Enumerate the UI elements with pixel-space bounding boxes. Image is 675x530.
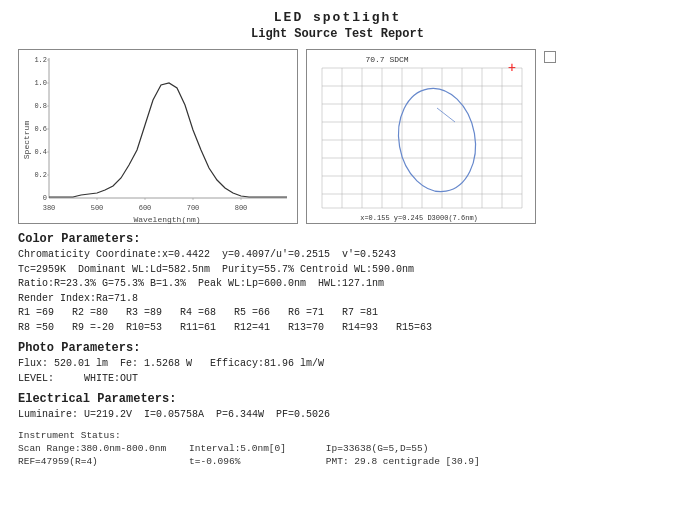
svg-text:0.8: 0.8 <box>34 102 47 110</box>
color-param-line-4: R1 =69 R2 =80 R3 =89 R4 =68 R5 =66 R6 =7… <box>18 306 657 321</box>
checkbox[interactable] <box>544 51 556 63</box>
svg-text:x=0.155  y=0.245  D3000(7.6nm): x=0.155 y=0.245 D3000(7.6nm) <box>360 214 478 222</box>
svg-text:0.6: 0.6 <box>34 125 47 133</box>
svg-text:70.7 SDCM: 70.7 SDCM <box>365 55 408 64</box>
svg-text:500: 500 <box>91 204 104 212</box>
instrument-status-line-1: REF=47959(R=4) t=-0.096% PMT: 29.8 centi… <box>18 455 657 468</box>
spectrum-chart: Spectrum 1.2 1.0 0.8 0.6 0.4 0.2 <box>18 49 298 224</box>
color-params-section: Color Parameters: Chromaticity Coordinat… <box>18 232 657 335</box>
color-param-line-5: R8 =50 R9 =-20 R10=53 R11=61 R12=41 R13=… <box>18 321 657 336</box>
svg-line-49 <box>437 108 455 122</box>
color-param-line-1: Tc=2959K Dominant WL:Ld=582.5nm Purity=5… <box>18 263 657 278</box>
svg-text:1.0: 1.0 <box>34 79 47 87</box>
color-params-title: Color Parameters: <box>18 232 657 246</box>
instrument-status-title: Instrument Status: <box>18 429 657 442</box>
sub-title: Light Source Test Report <box>18 27 657 41</box>
electrical-param-line-0: Luminaire: U=219.2V I=0.05758A P=6.344W … <box>18 408 657 423</box>
svg-text:0.4: 0.4 <box>34 148 47 156</box>
color-param-line-3: Render Index:Ra=71.8 <box>18 292 657 307</box>
chromaticity-chart: 70.7 SDCM + <box>306 49 536 224</box>
svg-text:0: 0 <box>43 194 47 202</box>
svg-text:800: 800 <box>235 204 248 212</box>
photo-params-title: Photo Parameters: <box>18 341 657 355</box>
color-param-line-0: Chromaticity Coordinate:x=0.4422 y=0.409… <box>18 248 657 263</box>
svg-text:Wavelength(nm): Wavelength(nm) <box>133 215 200 224</box>
svg-text:Spectrum: Spectrum <box>22 121 31 160</box>
electrical-params-section: Electrical Parameters: Luminaire: U=219.… <box>18 392 657 423</box>
svg-text:600: 600 <box>139 204 152 212</box>
svg-text:700: 700 <box>187 204 200 212</box>
svg-text:0.2: 0.2 <box>34 171 47 179</box>
color-param-line-2: Ratio:R=23.3% G=75.3% B=1.3% Peak WL:Lp=… <box>18 277 657 292</box>
electrical-params-title: Electrical Parameters: <box>18 392 657 406</box>
photo-param-line-0: Flux: 520.01 lm Fe: 1.5268 W Efficacy:81… <box>18 357 657 372</box>
instrument-status-line-0: Scan Range:380.0nm-800.0nm Interval:5.0n… <box>18 442 657 455</box>
svg-text:1.2: 1.2 <box>34 56 47 64</box>
photo-params-section: Photo Parameters: Flux: 520.01 lm Fe: 1.… <box>18 341 657 386</box>
main-title: LED spotlight <box>18 10 657 25</box>
svg-text:380: 380 <box>43 204 56 212</box>
instrument-status-section: Instrument Status: Scan Range:380.0nm-80… <box>18 429 657 469</box>
photo-param-line-1: LEVEL: WHITE:OUT <box>18 372 657 387</box>
